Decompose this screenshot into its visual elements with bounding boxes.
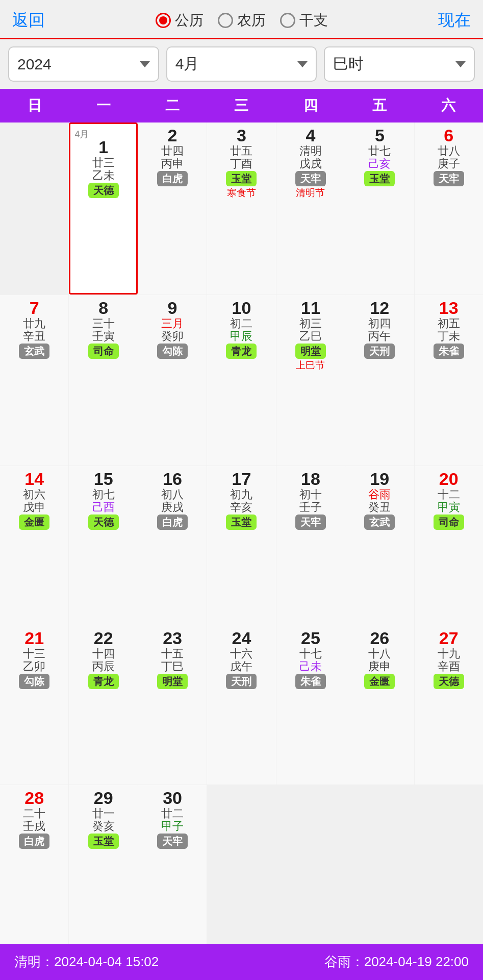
weekday-header: 日 一 二 三 四 五 六 [0,89,483,122]
lunar-day: 廿一 [92,808,115,819]
day-badge: 勾陈 [157,344,188,359]
day-badge: 天牢 [434,171,464,186]
day-cell[interactable]: 7廿九辛丑玄武 [0,295,68,465]
back-button[interactable]: 返回 [12,9,45,32]
weekday-fri: 五 [345,89,414,122]
day-cell[interactable]: 29廿一癸亥玉堂 [69,785,137,944]
weekday-wed: 三 [207,89,276,122]
day-cell[interactable]: 4清明戊戌天牢清明节 [276,122,345,295]
radio-ganzhi[interactable]: 干支 [280,11,328,30]
day-cell[interactable]: 24十六戊午天刑 [207,625,275,784]
day-cell[interactable]: 18初十壬子天牢 [276,466,345,625]
ganzhi: 庚子 [438,158,460,169]
ganzhi: 己亥 [368,158,391,169]
lunar-day: 谷雨 [368,489,391,500]
day-cell[interactable]: 12初四丙午天刑 [345,295,414,465]
ganzhi: 庚申 [368,661,391,672]
day-badge: 玉堂 [364,171,395,186]
lunar-day: 初四 [368,318,391,329]
day-number: 21 [24,629,44,647]
weekday-mon: 一 [69,89,138,122]
day-badge: 金匮 [364,674,395,689]
lunar-day: 初八 [161,489,184,500]
ganzhi: 甲辰 [230,331,252,342]
day-cell[interactable]: 10初二甲辰青龙 [207,295,275,465]
lunar-day: 初六 [23,489,45,500]
day-number: 14 [24,470,44,487]
selectors-row: 2024 4月 巳时 [0,39,483,89]
festival-label: 寒食节 [227,188,256,198]
radio-gongli-circle[interactable] [156,13,171,28]
day-badge: 玉堂 [226,171,257,186]
day-cell[interactable]: 13初五丁未朱雀 [415,295,483,465]
ganzhi: 戊午 [230,661,252,672]
day-cell[interactable]: 20十二甲寅司命 [415,466,483,625]
day-cell[interactable]: 15初七己酉天德 [69,466,137,625]
day-number: 22 [94,629,113,647]
radio-nongli-circle[interactable] [218,13,233,28]
day-number: 27 [439,629,459,647]
day-badge: 玉堂 [88,834,119,849]
day-cell[interactable]: 26十八庚申金匮 [345,625,414,784]
day-cell[interactable]: 27十九辛酉天德 [415,625,483,784]
day-cell[interactable]: 3廿五丁酉玉堂寒食节 [207,122,275,295]
day-cell[interactable]: 2廿四丙申白虎 [138,122,207,295]
ganzhi: 癸卯 [161,331,184,342]
radio-group: 公历 农历 干支 [156,11,328,30]
lunar-day: 十四 [92,648,115,659]
month-selector[interactable]: 4月 [166,46,317,82]
festival-label: 清明节 [296,188,325,198]
day-badge: 金匮 [19,514,49,530]
day-cell[interactable]: 21十三乙卯勾陈 [0,625,68,784]
day-cell[interactable]: 28二十壬戌白虎 [0,785,68,944]
year-selector[interactable]: 2024 [8,46,159,82]
day-cell[interactable]: 19谷雨癸丑玄武 [345,466,414,625]
radio-nongli[interactable]: 农历 [218,11,266,30]
day-cell[interactable]: 23十五丁巳明堂 [138,625,207,784]
day-cell[interactable]: 6廿八庚子天牢 [415,122,483,295]
day-number: 25 [301,629,320,647]
ganzhi: 己未 [299,661,322,672]
lunar-day: 十六 [230,648,252,659]
day-cell[interactable]: 8三十壬寅司命 [69,295,137,465]
lunar-day: 廿九 [23,318,45,329]
day-cell [415,785,483,944]
lunar-day: 初二 [230,318,252,329]
hour-selector[interactable]: 巳时 [324,46,475,82]
lunar-day: 初七 [92,489,115,500]
now-button[interactable]: 现在 [438,9,471,32]
day-number: 11 [301,299,320,316]
ganzhi: 辛酉 [438,661,460,672]
day-number: 5 [375,127,385,144]
day-cell[interactable]: 16初八庚戌白虎 [138,466,207,625]
day-badge: 朱雀 [434,344,464,359]
top-nav: 返回 公历 农历 干支 现在 [0,0,483,39]
day-badge: 白虎 [157,171,188,186]
day-cell[interactable]: 17初九辛亥玉堂 [207,466,275,625]
radio-ganzhi-circle[interactable] [280,13,295,28]
lunar-day: 十二 [438,489,460,500]
day-number: 6 [444,127,453,144]
lunar-day: 二十 [23,808,45,819]
month-dropdown-icon [297,61,308,67]
lunar-day: 清明 [299,145,322,157]
radio-gongli[interactable]: 公历 [156,11,204,30]
day-cell[interactable]: 30廿二甲子天牢 [138,785,207,944]
day-cell[interactable]: 5廿七己亥玉堂 [345,122,414,295]
day-badge: 天刑 [226,674,257,689]
day-cell[interactable]: 11初三乙巳明堂上巳节 [276,295,345,465]
status-bar: 清明：2024-04-04 15:02 谷雨：2024-04-19 22:00 [0,944,483,980]
day-badge: 明堂 [157,674,188,689]
ganzhi: 癸亥 [92,821,115,832]
ganzhi: 辛丑 [23,331,45,342]
day-cell[interactable]: 4月1廿三乙未天德 [69,122,137,295]
day-cell[interactable]: 25十七己未朱雀 [276,625,345,784]
weekday-sat: 六 [414,89,483,122]
day-cell[interactable]: 14初六戊申金匮 [0,466,68,625]
day-cell[interactable]: 22十四丙辰青龙 [69,625,137,784]
day-number: 26 [370,629,389,647]
day-cell[interactable]: 9三月癸卯勾陈 [138,295,207,465]
day-badge: 天刑 [364,344,395,359]
lunar-day: 廿八 [438,145,460,157]
ganzhi: 甲子 [161,821,184,832]
